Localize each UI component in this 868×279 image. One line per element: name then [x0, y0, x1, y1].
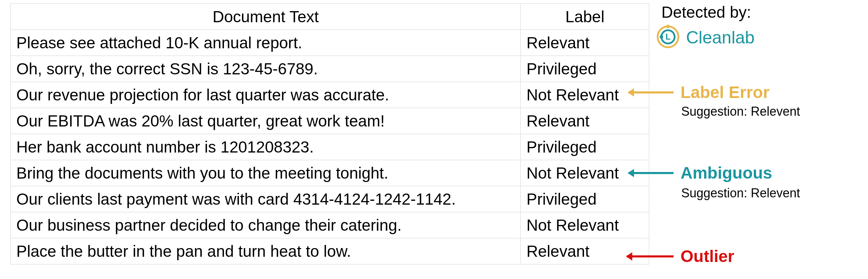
svg-point-3 [660, 35, 663, 39]
cell-text: Place the butter in the pan and turn hea… [11, 238, 521, 264]
cell-text: Bring the documents with you to the meet… [11, 160, 521, 186]
annotation-suggestion: Suggestion: Relevent [681, 186, 800, 200]
annotation-label-error: Label Error [628, 83, 769, 102]
cell-text: Oh, sorry, the correct SSN is 123-45-678… [11, 56, 521, 82]
cleanlab-brand-text: Cleanlab [686, 27, 754, 48]
cell-label: Privileged [521, 134, 649, 160]
annotation-outlier: Outlier [627, 247, 734, 266]
svg-text:L: L [666, 32, 671, 41]
header-label: Label [521, 4, 649, 30]
detected-by-label: Detected by: [661, 3, 751, 22]
data-table: Document Text Label Please see attached … [10, 3, 649, 264]
table-header-row: Document Text Label [11, 4, 649, 30]
cell-label: Relevant [521, 108, 649, 134]
table-row: Our clients last payment was with card 4… [11, 186, 649, 212]
arrow-left-icon [628, 172, 674, 174]
annotation-title: Ambiguous [681, 163, 772, 182]
svg-point-1 [666, 25, 670, 28]
cell-label: Privileged [521, 56, 649, 82]
cleanlab-logo-icon: L [656, 24, 681, 51]
arrow-left-icon [627, 255, 674, 257]
table-row: Our revenue projection for last quarter … [11, 82, 649, 108]
cell-text: Our EBITDA was 20% last quarter, great w… [11, 108, 521, 134]
cell-label: Privileged [521, 186, 649, 212]
arrow-left-icon [628, 91, 674, 93]
annotation-ambiguous: Ambiguous [628, 163, 772, 182]
cell-text: Our business partner decided to change t… [11, 212, 521, 238]
cell-text: Our revenue projection for last quarter … [11, 82, 521, 108]
table-row: Her bank account number is 1201208323.Pr… [11, 134, 649, 160]
cell-text: Please see attached 10-K annual report. [11, 30, 521, 56]
cell-label: Not Relevant [521, 212, 649, 238]
cell-text: Her bank account number is 1201208323. [11, 134, 521, 160]
table-row: Our EBITDA was 20% last quarter, great w… [11, 108, 649, 134]
cleanlab-brand: L Cleanlab [656, 24, 754, 51]
header-document-text: Document Text [11, 4, 521, 30]
cell-label: Relevant [521, 30, 649, 56]
table-row: Place the butter in the pan and turn hea… [11, 238, 649, 264]
annotation-title: Outlier [681, 247, 734, 266]
side-annotations: Detected by: L Cleanlab Label Error Sugg… [653, 0, 868, 279]
page-container: Document Text Label Please see attached … [0, 0, 868, 279]
cell-text: Our clients last payment was with card 4… [11, 186, 521, 212]
table-row: Please see attached 10-K annual report.R… [11, 30, 649, 56]
table-wrap: Document Text Label Please see attached … [0, 0, 653, 279]
annotation-suggestion: Suggestion: Relevent [681, 104, 800, 119]
table-row: Bring the documents with you to the meet… [11, 160, 649, 186]
table-row: Our business partner decided to change t… [11, 212, 649, 238]
annotation-title: Label Error [681, 83, 769, 102]
table-row: Oh, sorry, the correct SSN is 123-45-678… [11, 56, 649, 82]
